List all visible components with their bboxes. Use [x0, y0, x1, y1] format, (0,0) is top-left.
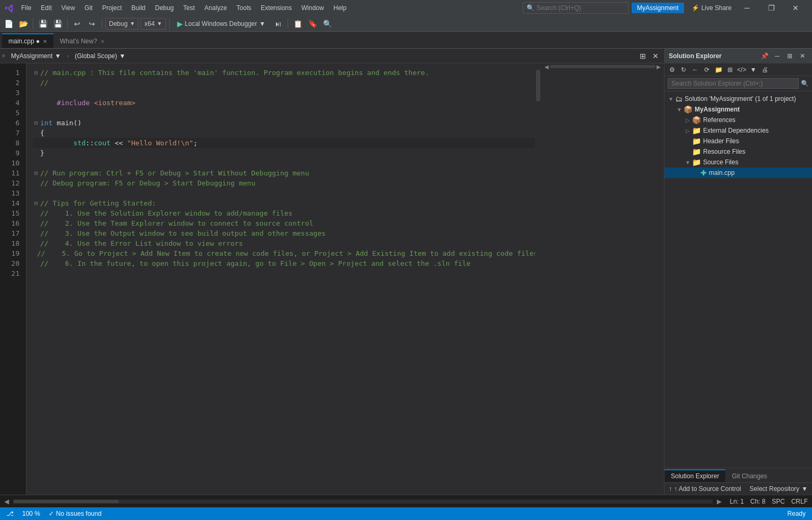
se-back-button[interactable]: ← [690, 64, 700, 75]
menu-analyze[interactable]: Analyze [200, 2, 232, 14]
toolbar-btn-2[interactable]: 🔖 [306, 18, 319, 30]
project-expand-icon[interactable]: ▼ [675, 107, 684, 113]
tree-main-cpp[interactable]: ✚ main.cpp [665, 168, 812, 178]
menu-debug[interactable]: Debug [151, 2, 178, 14]
menu-window[interactable]: Window [297, 2, 328, 14]
code-line-12: // Debug program: F5 or Debug > Start De… [33, 178, 535, 188]
search-input[interactable] [537, 4, 611, 12]
nav-right-arrow[interactable]: ▶ [717, 498, 722, 505]
undo-button[interactable]: ↩ [71, 18, 84, 30]
tree-solution-root[interactable]: ▼ 🗂 Solution 'MyAssignment' (1 of 1 proj… [665, 94, 812, 104]
references-expand-icon[interactable]: ▷ [684, 117, 692, 123]
collapse-11[interactable]: ⊟ [33, 168, 39, 178]
solution-explorer-tree[interactable]: ▼ 🗂 Solution 'MyAssignment' (1 of 1 proj… [665, 91, 812, 468]
menu-tools[interactable]: Tools [232, 2, 255, 14]
menu-test[interactable]: Test [179, 2, 199, 14]
tab-main-cpp-close[interactable]: ✕ [43, 39, 47, 44]
save-all-button[interactable]: 💾 [51, 18, 64, 30]
scroll-thumb[interactable] [550, 65, 656, 68]
collapse-14[interactable]: ⊟ [33, 198, 39, 208]
tree-source-files[interactable]: ▼ 📁 Source Files [665, 157, 812, 168]
global-search[interactable]: 🔍 [523, 2, 629, 14]
minimize-button[interactable]: ─ [735, 0, 759, 16]
zoom-item[interactable]: 100 % [20, 507, 42, 520]
collapse-1[interactable]: ⊟ [33, 68, 39, 78]
issues-label: No issues found [56, 510, 102, 517]
scope-arrow: ▼ [119, 52, 125, 60]
se-search-input[interactable] [668, 78, 799, 89]
se-maximize-button[interactable]: ⊞ [785, 51, 795, 61]
horizontal-scrollbar-track[interactable] [13, 499, 713, 504]
split-editor-button[interactable]: ⊞ [636, 50, 649, 62]
menu-file[interactable]: File [17, 2, 35, 14]
tree-resource-files[interactable]: ▷ 📁 Resource Files [665, 146, 812, 157]
editor-vertical-scrollbar[interactable] [535, 63, 541, 495]
tree-references[interactable]: ▷ 📦 References [665, 115, 812, 125]
tab-solution-explorer[interactable]: Solution Explorer [665, 469, 725, 482]
profile-button[interactable]: MyAssignment [632, 3, 684, 13]
horizontal-scrollbar-thumb[interactable] [13, 500, 119, 503]
breadcrumb-scope[interactable]: (Global Scope) ▼ [71, 50, 129, 62]
zoom-label: 100 % [22, 510, 40, 517]
tab-whats-new[interactable]: What's New? ✕ [53, 33, 110, 48]
scroll-right-arrow[interactable]: ▶ [656, 64, 662, 70]
tab-whats-new-close[interactable]: ✕ [100, 39, 105, 44]
tree-header-files[interactable]: ▷ 📁 Header Files [665, 136, 812, 146]
toolbar-separator-1 [33, 18, 33, 29]
scroll-track[interactable] [550, 64, 656, 69]
select-repository-button[interactable]: Select Repository ▼ [750, 485, 808, 493]
collapse-6[interactable]: ⊟ [33, 118, 39, 128]
save-button[interactable]: 💾 [36, 18, 49, 30]
code-line-18: // 4. Use the Error List window to view … [33, 238, 535, 248]
close-button[interactable]: ✕ [783, 0, 808, 16]
external-deps-expand-icon[interactable]: ▷ [684, 128, 692, 134]
toolbar-btn-1[interactable]: 📋 [291, 18, 304, 30]
solution-expand-icon[interactable]: ▼ [667, 96, 675, 102]
editor-column: ≡ MyAssignment ▼ › (Global Scope) ▼ ⊞ ✕ [0, 49, 664, 495]
tab-git-changes[interactable]: Git Changes [725, 469, 773, 482]
nav-left-arrow[interactable]: ◀ [4, 498, 9, 505]
tab-main-cpp-label: main.cpp ● [8, 38, 40, 45]
tab-main-cpp[interactable]: main.cpp ● ✕ [2, 33, 53, 48]
issues-item[interactable]: ✓ No issues found [47, 507, 104, 520]
editor-scroll-thumb[interactable] [536, 70, 540, 101]
source-files-expand-icon[interactable]: ▼ [684, 160, 692, 165]
se-settings-button[interactable]: 🖨 [760, 64, 770, 75]
restore-button[interactable]: ❐ [759, 0, 783, 16]
menu-git[interactable]: Git [80, 2, 97, 14]
se-sync-button[interactable]: ⟳ [702, 64, 712, 75]
menu-edit[interactable]: Edit [36, 2, 56, 14]
menu-help[interactable]: Help [329, 2, 351, 14]
se-filter-button[interactable]: ▼ [748, 64, 759, 75]
menu-project[interactable]: Project [98, 2, 126, 14]
menu-extensions[interactable]: Extensions [256, 2, 296, 14]
platform-dropdown[interactable]: x64 ▼ [141, 18, 165, 30]
se-refresh-button[interactable]: ↻ [678, 64, 689, 75]
code-content[interactable]: ⊟ // main.cpp : This file contains the '… [26, 63, 535, 495]
tree-external-dependencies[interactable]: ▷ 📁 External Dependencies [665, 125, 812, 136]
scroll-left-arrow[interactable]: ◀ [543, 64, 550, 70]
toolbar-btn-3[interactable]: 🔍 [321, 18, 334, 30]
close-editor-button[interactable]: ✕ [649, 50, 662, 62]
se-minimize-button[interactable]: ─ [772, 51, 782, 61]
se-close-button[interactable]: ✕ [797, 51, 808, 61]
menu-view[interactable]: View [57, 2, 79, 14]
open-button[interactable]: 📂 [17, 18, 30, 30]
se-code-view[interactable]: </> [736, 64, 747, 75]
config-dropdown[interactable]: Debug ▼ [105, 18, 139, 30]
live-share-button[interactable]: ⚡ Live Share [691, 4, 732, 12]
se-close-pin-button[interactable]: 📌 [759, 51, 770, 61]
new-project-button[interactable]: 📄 [2, 18, 15, 30]
se-properties-button[interactable]: ⚙ [667, 64, 677, 75]
add-to-source-control-button[interactable]: ↑ ↑ Add to Source Control [669, 485, 741, 493]
se-new-solution-explorer[interactable]: ⊞ [725, 64, 735, 75]
git-branch-item[interactable]: ⎇ [4, 507, 16, 520]
breadcrumb-file[interactable]: MyAssignment ▼ [7, 50, 65, 62]
redo-button[interactable]: ↪ [86, 18, 98, 30]
se-show-all-files[interactable]: 📁 [713, 64, 724, 75]
tree-project[interactable]: ▼ 📦 MyAssignment [665, 104, 812, 115]
run-button[interactable]: ▶ Local Windows Debugger ▼ [173, 18, 270, 30]
editor-horizontal-scrollbar[interactable]: ◀ ▶ [541, 63, 664, 70]
attach-button[interactable]: ⏯ [272, 18, 284, 30]
menu-build[interactable]: Build [127, 2, 150, 14]
